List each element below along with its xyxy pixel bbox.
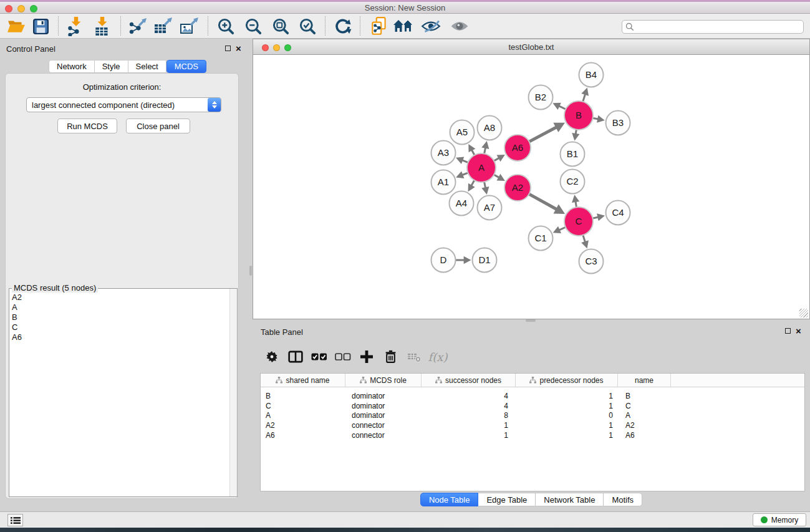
graph-edge-A2-C[interactable] [528,193,557,210]
close-panel-icon[interactable]: × [236,46,241,51]
column-header-mcds-role[interactable]: MCDS role [345,374,422,387]
tab-mcds[interactable]: MCDS [166,60,206,73]
delete-row-button[interactable] [378,344,402,369]
import-network-button[interactable] [65,15,87,37]
graph-node-label: B1 [567,148,578,159]
duplicate-network-button[interactable] [368,15,390,37]
result-item[interactable]: A6 [12,332,22,342]
network-minimize-button[interactable] [273,44,280,51]
table-settings-button[interactable] [260,344,284,369]
network-zoom-button[interactable] [284,44,291,51]
hide-selected-button[interactable] [420,15,442,37]
show-eye-button[interactable] [448,15,471,37]
show-column-button[interactable] [284,344,307,369]
column-header-shared-name[interactable]: shared name [261,374,345,387]
deselect-all-button[interactable] [331,344,355,369]
network-canvas[interactable]: B4B2BB3B1C2A5A8A6A3AA1A2A4A7C4CC1C3DD1 [253,55,810,319]
zoom-out-button[interactable] [242,15,264,37]
table-panel-title: Table Panel [261,327,303,337]
tab-select[interactable]: Select [128,60,166,73]
table-row[interactable]: A6 connector 1 1 A6 [261,430,804,440]
result-item[interactable]: A [12,302,22,312]
function-builder-button[interactable]: f(x) [426,344,450,369]
criterion-value: largest connected component (directed) [27,100,208,110]
add-row-button[interactable] [355,344,378,369]
mcds-result-title: MCDS result (5 nodes) [12,283,98,293]
result-scrollbar[interactable] [229,289,237,496]
app-titlebar: Session: New Session [0,2,810,14]
criterion-dropdown[interactable]: largest connected component (directed) [26,97,221,112]
graph-node-label: C4 [612,207,624,218]
table-row[interactable]: A dominator 8 0 A [261,410,804,420]
plus-icon [360,351,373,363]
zoom-in-icon [217,17,234,35]
float-table-panel-icon[interactable] [785,328,791,334]
column-header-successor-nodes[interactable]: successor nodes [422,374,516,387]
column-header-name[interactable]: name [618,374,671,387]
table-row[interactable]: B dominator 4 1 B [261,391,804,401]
show-all-button[interactable] [392,15,415,37]
resize-grip-icon[interactable] [799,309,808,317]
export-network-button[interactable] [127,15,150,37]
graph-node-label: A5 [456,127,468,137]
window-controls[interactable] [5,5,37,12]
tab-network[interactable]: Network [49,60,95,73]
import-table-button[interactable] [91,15,113,37]
open-folder-icon [7,18,26,34]
network-window-controls[interactable] [262,44,291,51]
task-history-button[interactable] [7,514,23,526]
tab-motifs[interactable]: Motifs [604,493,642,506]
open-session-button[interactable] [5,15,27,37]
status-bar [0,511,810,528]
run-mcds-button[interactable]: Run MCDS [57,118,117,133]
save-session-button[interactable] [29,15,52,37]
zoom-window-button[interactable] [30,5,37,12]
table-toolbar: f(x) [260,343,450,370]
tab-node-table[interactable]: Node Table [420,493,479,506]
search-icon [625,22,634,31]
memory-button[interactable]: Memory [753,513,806,526]
table-row[interactable]: A2 connector 1 1 A2 [261,420,804,430]
table-panel-window-buttons: × [785,328,801,334]
tab-edge-table[interactable]: Edge Table [478,493,536,506]
duplicate-network-icon [370,16,388,36]
search-box[interactable] [622,20,804,34]
delete-table-button[interactable] [402,344,426,369]
result-item[interactable]: C [12,322,22,332]
tab-style[interactable]: Style [95,60,128,73]
minimize-window-button[interactable] [17,5,25,12]
refresh-button[interactable] [331,15,354,37]
vertical-splitter-handle[interactable] [249,266,252,276]
search-input[interactable] [637,21,803,32]
export-table-button[interactable] [152,15,175,37]
select-all-button[interactable] [307,344,331,369]
zoom-in-button[interactable] [215,15,237,37]
tree-icon [276,377,282,384]
app-title: Session: New Session [365,3,445,12]
column-header-predecessor-nodes[interactable]: predecessor nodes [516,374,618,387]
mcds-result-list[interactable]: A2 A B C A6 [12,293,22,342]
graph-edge-arrow [597,115,605,123]
float-panel-icon[interactable] [225,46,231,51]
result-item[interactable]: B [12,312,22,322]
zoom-fit-button[interactable] [269,15,292,37]
node-table[interactable]: shared name MCDS role successor nodes pr… [260,373,805,491]
export-image-icon [179,17,200,36]
result-item[interactable]: A2 [12,293,22,302]
network-window-titlebar[interactable]: testGlobe.txt [253,39,810,55]
gear-icon [266,351,278,363]
export-image-button[interactable] [178,15,201,37]
zoom-out-icon [244,17,262,35]
horizontal-splitter-handle[interactable] [526,319,536,322]
tab-network-table[interactable]: Network Table [536,493,604,506]
unchecked-boxes-icon [335,353,351,361]
control-panel-tabs: Network Style Select MCDS [49,60,206,73]
close-panel-button[interactable]: Close panel [126,118,190,133]
graph-edge-A6-B[interactable] [528,127,557,142]
close-window-button[interactable] [5,5,12,12]
table-row[interactable]: C dominator 4 1 C [261,401,804,411]
zoom-selected-button[interactable] [296,15,319,37]
network-graph[interactable]: B4B2BB3B1C2A5A8A6A3AA1A2A4A7C4CC1C3DD1 [253,55,809,317]
network-close-button[interactable] [262,44,269,51]
close-table-panel-icon[interactable]: × [796,328,801,334]
